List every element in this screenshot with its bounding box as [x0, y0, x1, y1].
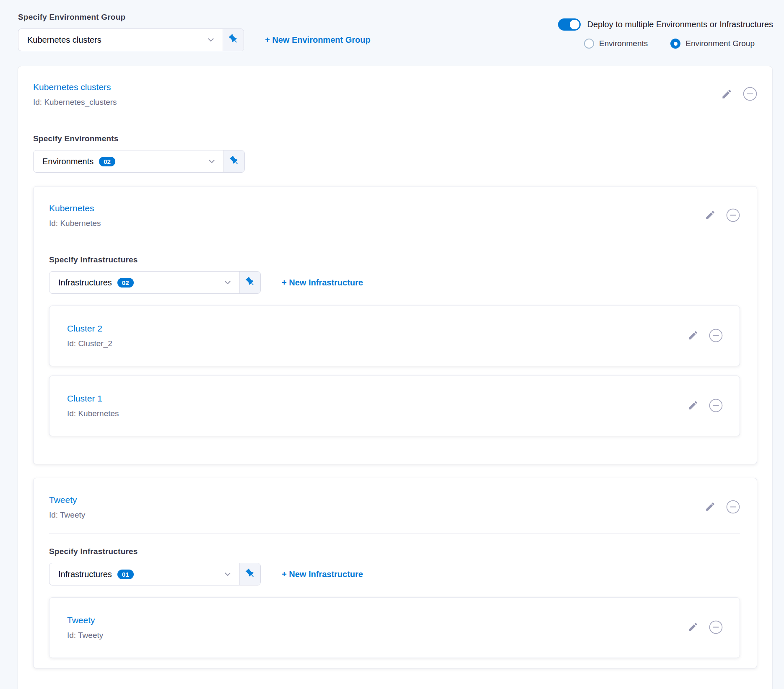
environment-group-card-header: Kubernetes clusters Id: Kubernetes_clust…: [33, 82, 757, 107]
env-group-select[interactable]: Kubernetes clusters: [18, 28, 244, 51]
chevron-down-icon: [207, 156, 217, 166]
minus-circle-icon: [709, 329, 723, 344]
radio-environments-circle[interactable]: [584, 39, 594, 49]
infrastructure-card-cluster-1: Cluster 1 Id: Kubernetes: [49, 376, 740, 436]
toggle-knob: [570, 20, 579, 29]
minus-circle-icon: [709, 620, 723, 635]
environment-title-link[interactable]: Tweety: [49, 495, 77, 505]
pushpin-icon: [245, 568, 256, 580]
chevron-down-icon: [223, 277, 233, 288]
environments-select-value: Environments: [42, 157, 93, 166]
radio-environment-group-circle[interactable]: [670, 39, 680, 49]
header-divider: [33, 121, 757, 121]
pencil-icon: [688, 330, 698, 342]
chevron-down-icon: [223, 569, 233, 579]
infrastructure-title-link[interactable]: Cluster 2: [67, 324, 102, 333]
env-group-label: Specify Environment Group: [18, 13, 371, 22]
pencil-icon: [705, 501, 716, 513]
infrastructures-count-badge: 02: [117, 278, 134, 288]
environments-count-badge: 02: [99, 157, 115, 166]
minus-circle-icon: [743, 87, 757, 102]
pushpin-icon: [245, 276, 256, 289]
environment-divider: [49, 534, 740, 534]
deploy-toggle-label: Deploy to multiple Environments or Infra…: [587, 20, 773, 29]
infrastructure-title-link[interactable]: Cluster 1: [67, 394, 102, 403]
infrastructures-select-value: Infrastructures: [58, 278, 112, 288]
radio-environment-group-label: Environment Group: [685, 39, 755, 48]
pencil-icon: [705, 210, 716, 222]
new-infrastructure-button[interactable]: + New Infrastructure: [282, 278, 363, 288]
remove-infrastructure-button[interactable]: [709, 620, 723, 635]
remove-infrastructure-button[interactable]: [709, 329, 723, 344]
edit-environment-group-button[interactable]: [721, 88, 732, 101]
minus-circle-icon: [726, 208, 740, 223]
minus-circle-icon: [726, 500, 740, 515]
environment-group-title-link[interactable]: Kubernetes clusters: [33, 82, 111, 92]
pin-button[interactable]: [239, 272, 260, 293]
edit-infrastructure-button[interactable]: [688, 400, 698, 412]
pin-button[interactable]: [223, 29, 244, 51]
environments-select[interactable]: Environments 02: [33, 150, 245, 173]
edit-infrastructure-button[interactable]: [688, 330, 698, 342]
pencil-icon: [688, 622, 698, 634]
pin-button[interactable]: [223, 150, 244, 172]
pushpin-icon: [228, 34, 239, 46]
chevron-down-icon: [206, 35, 216, 45]
new-infrastructure-button[interactable]: + New Infrastructure: [282, 570, 363, 579]
infrastructure-card-cluster-2: Cluster 2 Id: Cluster_2: [49, 306, 740, 366]
environment-group-picker: Specify Environment Group Kubernetes clu…: [18, 13, 371, 51]
edit-environment-button[interactable]: [705, 501, 716, 513]
specify-environments-label: Specify Environments: [33, 134, 757, 143]
edit-infrastructure-button[interactable]: [688, 622, 698, 634]
deploy-target-radio-group: Environments Environment Group: [584, 39, 755, 49]
infrastructure-id: Id: Cluster_2: [67, 339, 112, 348]
radio-environments[interactable]: Environments: [584, 39, 648, 49]
pushpin-icon: [229, 155, 240, 168]
edit-environment-button[interactable]: [705, 210, 716, 222]
infrastructure-id: Id: Kubernetes: [67, 409, 119, 418]
infrastructures-count-badge: 01: [117, 570, 134, 579]
new-environment-group-button[interactable]: + New Environment Group: [265, 35, 371, 45]
pencil-icon: [688, 400, 698, 412]
remove-environment-button[interactable]: [726, 500, 740, 515]
minus-circle-icon: [709, 399, 723, 414]
infrastructure-card-tweety: Tweety Id: Tweety: [49, 597, 740, 658]
specify-infrastructures-label: Specify Infrastructures: [49, 547, 740, 556]
environment-id: Id: Tweety: [49, 510, 85, 520]
environment-group-card: Kubernetes clusters Id: Kubernetes_clust…: [18, 66, 772, 689]
environment-card-kubernetes: Kubernetes Id: Kubernetes Specify Infras…: [33, 186, 757, 464]
deploy-multiple-toggle[interactable]: [558, 18, 581, 31]
specify-infrastructures-label: Specify Infrastructures: [49, 255, 740, 264]
top-bar: Specify Environment Group Kubernetes clu…: [0, 0, 784, 51]
remove-infrastructure-button[interactable]: [709, 399, 723, 414]
remove-environment-group-button[interactable]: [743, 87, 757, 102]
radio-environments-label: Environments: [599, 39, 648, 48]
pencil-icon: [721, 88, 732, 101]
environment-id: Id: Kubernetes: [49, 219, 101, 228]
environment-group-id: Id: Kubernetes_clusters: [33, 98, 117, 107]
pin-button[interactable]: [239, 563, 260, 585]
remove-environment-button[interactable]: [726, 208, 740, 223]
deploy-mode-controls: Deploy to multiple Environments or Infra…: [558, 13, 773, 49]
infrastructure-title-link[interactable]: Tweety: [67, 615, 95, 625]
infrastructure-id: Id: Tweety: [67, 631, 103, 640]
infrastructures-select-value: Infrastructures: [58, 570, 112, 579]
infrastructures-select[interactable]: Infrastructures 02: [49, 271, 261, 294]
infrastructures-select[interactable]: Infrastructures 01: [49, 563, 261, 585]
environment-divider: [49, 242, 740, 242]
environment-card-tweety: Tweety Id: Tweety Specify Infrastructure…: [33, 478, 757, 668]
environment-title-link[interactable]: Kubernetes: [49, 203, 94, 213]
env-group-select-value: Kubernetes clusters: [27, 35, 101, 45]
radio-environment-group[interactable]: Environment Group: [670, 39, 755, 49]
